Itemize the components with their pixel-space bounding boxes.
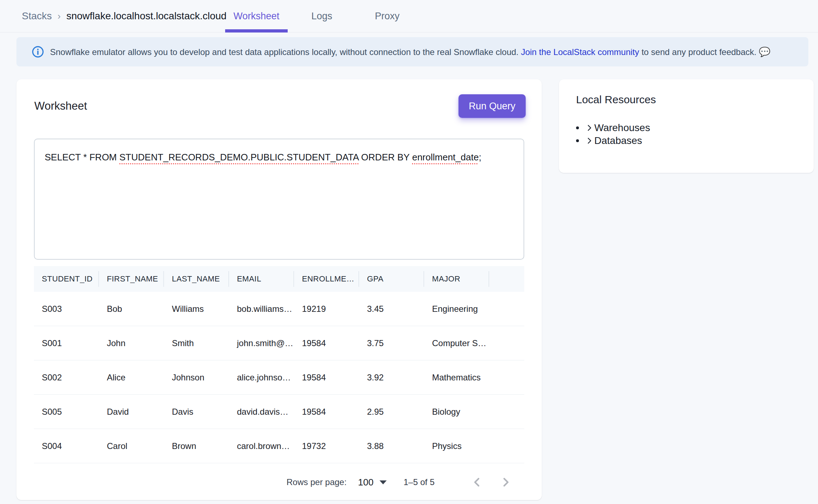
column-header-gpa[interactable]: GPA <box>359 271 424 287</box>
cell-email: carol.brown… <box>229 441 294 451</box>
column-header-spare <box>489 271 524 287</box>
rows-per-page-value: 100 <box>358 477 373 488</box>
cell-last-name: Smith <box>164 338 229 348</box>
cell-enrollment-date: 19732 <box>294 441 359 451</box>
cell-student-id: S004 <box>34 441 99 451</box>
chevron-right-icon <box>499 475 513 489</box>
worksheet-header: Worksheet Run Query <box>34 94 526 118</box>
worksheet-panel: Worksheet Run Query SELECT * FROM STUDEN… <box>16 79 542 500</box>
chevron-right-icon <box>585 136 594 145</box>
rows-per-page-select[interactable]: 100 <box>358 477 387 488</box>
cell-last-name: Brown <box>164 441 229 451</box>
page: Stacks › snowflake.localhost.localstack.… <box>0 0 818 504</box>
cell-student-id: S002 <box>34 373 99 383</box>
tab-worksheet[interactable]: Worksheet <box>224 0 289 32</box>
local-resources-list: Warehouses Databases <box>576 121 799 147</box>
pagination-range-label: 1–5 of 5 <box>403 477 435 487</box>
table-row[interactable]: S003 Bob Williams bob.williams… 19219 3.… <box>34 292 524 326</box>
cell-gpa: 2.95 <box>359 407 424 417</box>
rows-per-page-label: Rows per page: <box>287 477 347 487</box>
column-header-email[interactable]: EMAIL <box>229 271 294 287</box>
sql-text-part3: ; <box>479 152 481 163</box>
column-header-first-name[interactable]: FIRST_NAME <box>99 271 164 287</box>
cell-first-name: David <box>99 407 164 417</box>
cell-gpa: 3.92 <box>359 373 424 383</box>
table-row[interactable]: S001 John Smith john.smith@… 19584 3.75 … <box>34 326 524 360</box>
sql-table-ref: STUDENT_RECORDS_DEMO.PUBLIC.STUDENT_DATA <box>119 152 358 163</box>
cell-student-id: S003 <box>34 304 99 314</box>
results-table: STUDENT_ID FIRST_NAME LAST_NAME EMAIL EN… <box>34 266 524 501</box>
cell-major: Mathematics <box>424 373 489 383</box>
worksheet-title: Worksheet <box>34 100 87 113</box>
speech-balloon-icon: 💬 <box>759 46 770 57</box>
sql-text-part1: SELECT * FROM <box>45 152 119 163</box>
banner-text-before: Snowflake emulator allows you to develop… <box>50 47 521 57</box>
cell-last-name: Davis <box>164 407 229 417</box>
chevron-right-icon <box>585 124 594 132</box>
local-resources-panel: Local Resources Warehouses Databases <box>559 79 814 173</box>
dropdown-caret-icon <box>379 480 387 485</box>
table-row[interactable]: S005 David Davis david.davis… 19584 2.95… <box>34 395 524 429</box>
sql-text-part2: ORDER BY <box>358 152 412 163</box>
column-header-last-name[interactable]: LAST_NAME <box>164 271 229 287</box>
cell-first-name: Bob <box>99 304 164 314</box>
cell-first-name: John <box>99 338 164 348</box>
cell-enrollment-date: 19219 <box>294 304 359 314</box>
table-row[interactable]: S002 Alice Johnson alice.johnso… 19584 3… <box>34 360 524 395</box>
cell-student-id: S001 <box>34 338 99 348</box>
breadcrumb-separator: › <box>58 11 61 22</box>
previous-page-button[interactable] <box>469 474 486 491</box>
table-pagination: Rows per page: 100 1–5 of 5 <box>34 463 524 501</box>
cell-gpa: 3.45 <box>359 304 424 314</box>
chevron-left-icon <box>470 475 484 489</box>
sql-order-column: enrollment_date <box>412 152 479 163</box>
cell-email: david.davis… <box>229 407 294 417</box>
run-query-button[interactable]: Run Query <box>458 94 526 118</box>
column-header-enrollment-date[interactable]: ENROLLME… <box>294 271 359 287</box>
cell-enrollment-date: 19584 <box>294 373 359 383</box>
cell-gpa: 3.75 <box>359 338 424 348</box>
cell-major: Computer S… <box>424 338 489 348</box>
breadcrumb-current-stack: snowflake.localhost.localstack.cloud <box>66 10 227 22</box>
column-header-major[interactable]: MAJOR <box>424 271 489 287</box>
cell-student-id: S005 <box>34 407 99 417</box>
banner-text: Snowflake emulator allows you to develop… <box>50 46 770 58</box>
banner-text-after: to send any product feedback. <box>639 47 759 57</box>
cell-gpa: 3.88 <box>359 441 424 451</box>
sql-editor[interactable]: SELECT * FROM STUDENT_RECORDS_DEMO.PUBLI… <box>34 139 524 260</box>
local-resources-title: Local Resources <box>576 94 656 106</box>
top-nav: Stacks › snowflake.localhost.localstack.… <box>0 0 818 33</box>
cell-last-name: Williams <box>164 304 229 314</box>
info-icon <box>31 45 44 58</box>
cell-email: alice.johnso… <box>229 373 294 383</box>
cell-major: Physics <box>424 441 489 451</box>
cell-email: john.smith@… <box>229 338 294 348</box>
cell-enrollment-date: 19584 <box>294 338 359 348</box>
column-header-student-id[interactable]: STUDENT_ID <box>34 271 99 287</box>
tab-logs[interactable]: Logs <box>289 0 355 32</box>
cell-first-name: Alice <box>99 373 164 383</box>
community-link[interactable]: Join the LocalStack community <box>521 47 639 57</box>
info-banner: Snowflake emulator allows you to develop… <box>16 37 808 66</box>
tab-bar: Worksheet Logs Proxy <box>224 0 420 32</box>
resource-item-databases[interactable]: Databases <box>576 134 799 147</box>
resource-item-label: Databases <box>594 135 642 146</box>
table-row[interactable]: S004 Carol Brown carol.brown… 19732 3.88… <box>34 429 524 463</box>
resource-item-label: Warehouses <box>594 122 650 134</box>
table-header-row: STUDENT_ID FIRST_NAME LAST_NAME EMAIL EN… <box>34 266 524 292</box>
cell-major: Biology <box>424 407 489 417</box>
cell-enrollment-date: 19584 <box>294 407 359 417</box>
cell-last-name: Johnson <box>164 373 229 383</box>
cell-major: Engineering <box>424 304 489 314</box>
next-page-button[interactable] <box>497 474 514 491</box>
breadcrumb: Stacks › snowflake.localhost.localstack.… <box>22 0 227 32</box>
cell-first-name: Carol <box>99 441 164 451</box>
cell-email: bob.williams… <box>229 304 294 314</box>
resource-item-warehouses[interactable]: Warehouses <box>576 121 799 134</box>
breadcrumb-stacks-link[interactable]: Stacks <box>22 10 52 22</box>
tab-proxy[interactable]: Proxy <box>355 0 420 32</box>
